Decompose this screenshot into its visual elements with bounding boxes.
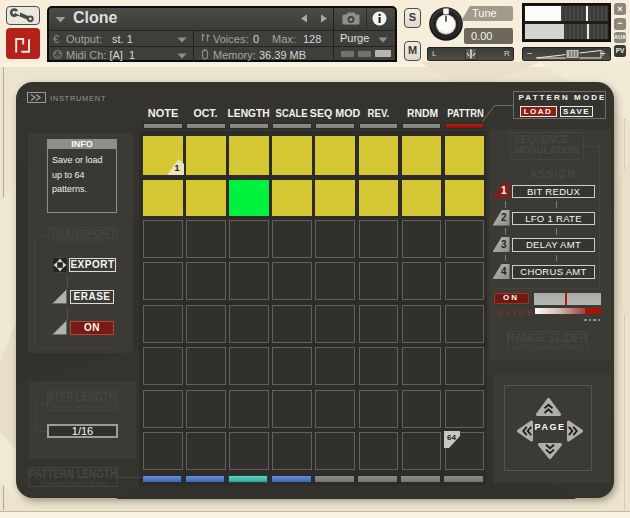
svg-text:64: 64 <box>447 433 456 442</box>
svg-text:1: 1 <box>174 163 179 173</box>
